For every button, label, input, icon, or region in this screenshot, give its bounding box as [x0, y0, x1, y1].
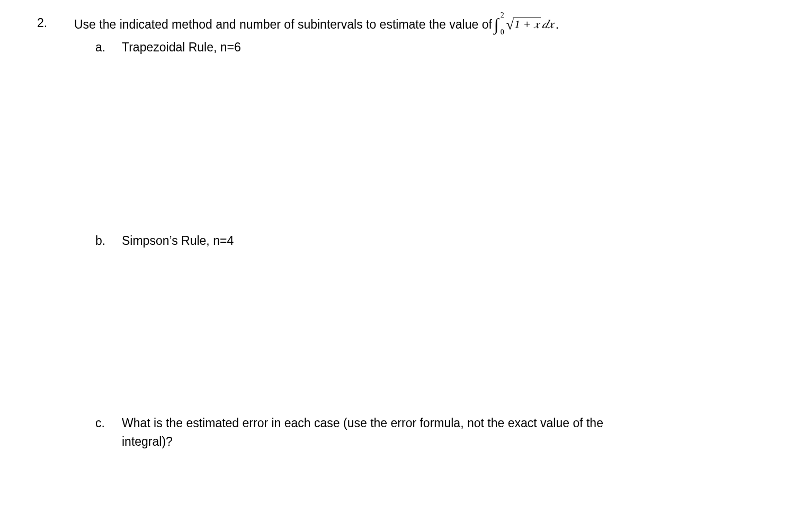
integral-upper-limit: 2 — [501, 12, 504, 19]
integral-expression: ∫ 2 0 √ 1 + 𝑥 𝑑𝑥 — [494, 16, 554, 33]
statement-suffix: . — [556, 16, 559, 33]
subpart-b: b. Simpson’s Rule, n=4 — [95, 232, 786, 250]
subpart-text: Trapezoidal Rule, n=6 — [122, 38, 630, 57]
sqrt-icon: √ — [506, 18, 514, 32]
subpart-a: a. Trapezoidal Rule, n=6 — [95, 38, 786, 57]
problem-body: Use the indicated method and number of s… — [74, 16, 786, 451]
dx: 𝑑𝑥 — [542, 16, 554, 33]
sqrt-wrap: √ 1 + 𝑥 — [506, 17, 541, 31]
problem-number: 2. — [26, 16, 74, 30]
integral-lower-limit: 0 — [501, 29, 504, 36]
subpart-text: Simpson’s Rule, n=4 — [122, 232, 630, 250]
subpart-label: b. — [95, 232, 122, 250]
problem-statement: Use the indicated method and number of s… — [74, 16, 786, 33]
subpart-label: a. — [95, 38, 122, 57]
subpart-text: What is the estimated error in each case… — [122, 414, 630, 451]
statement-prefix: Use the indicated method and number of s… — [74, 16, 492, 33]
subpart-c: c. What is the estimated error in each c… — [95, 414, 786, 451]
integral-sign-icon: ∫ 2 0 — [494, 16, 499, 33]
radicand: 1 + 𝑥 — [513, 17, 541, 31]
problem-wrapper: 2. Use the indicated method and number o… — [26, 16, 786, 451]
subpart-label: c. — [95, 414, 122, 432]
